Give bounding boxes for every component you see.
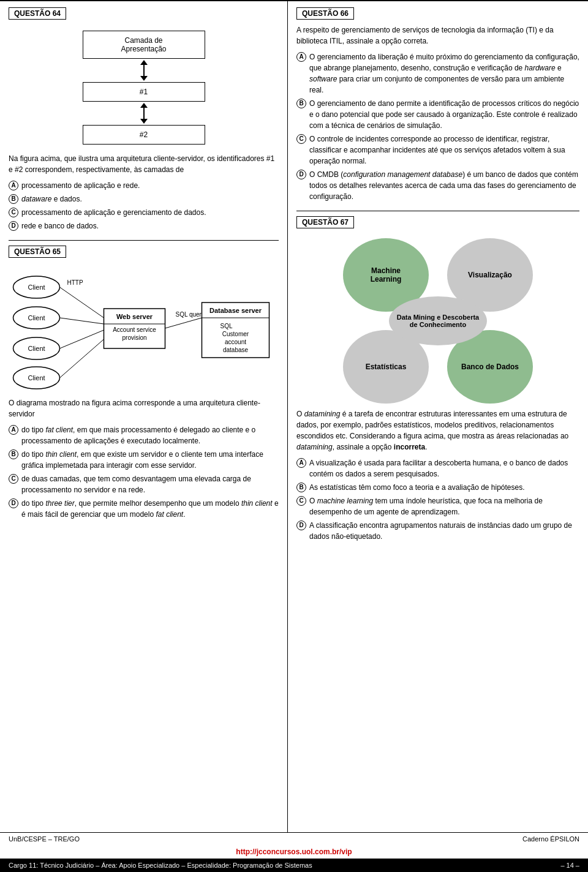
q66-option-d: D O CMDB (configuration management datab… [296, 169, 579, 202]
q67-ml-label: MachineLearning [371, 266, 402, 284]
q64-option-b-text: dataware e dados. [21, 194, 82, 205]
q65-option-a: A do tipo fat client, em que mais proces… [9, 424, 279, 446]
q66-option-a: A O gerenciamento da liberação é muito p… [296, 51, 579, 96]
svg-text:Client: Client [28, 345, 45, 352]
arrow-up-2 [140, 103, 148, 108]
q66-letter-d: D [296, 170, 306, 179]
q67-options: A A visualização é usada para facilitar … [296, 457, 579, 542]
q67-diagram: MachineLearning Visualização Estatística… [343, 238, 533, 404]
svg-line-9 [60, 287, 104, 318]
arrow-line-2 [143, 108, 145, 119]
q65-letter-a: A [9, 425, 18, 435]
arrow-up-1 [140, 60, 148, 65]
svg-text:database: database [223, 347, 249, 353]
q67-letter-b: B [296, 483, 306, 492]
svg-text:Client: Client [28, 374, 45, 382]
q67-db-label: Banco de Dados [461, 363, 519, 371]
q67-option-c-text: O machine learning tem uma índole heurís… [309, 495, 579, 517]
right-column: QUESTÃO 66 A respeito de gerenciamento d… [288, 1, 588, 832]
svg-text:Account service: Account service [113, 326, 156, 333]
q64-arrow2 [140, 103, 148, 124]
main-content: QUESTÃO 64 Camada de Apresentação #1 [0, 0, 588, 832]
q67-option-b-text: As estatísticas têm como foco a teoria e… [309, 482, 525, 493]
q65-letter-b: B [9, 449, 18, 459]
left-column: QUESTÃO 64 Camada de Apresentação #1 [0, 1, 288, 832]
q64-letter-c: C [9, 208, 18, 217]
q67-viz-label: Visualização [468, 271, 512, 279]
q65-text: O diagrama mostrado na figura acima corr… [9, 397, 279, 419]
q67-center-oval: Data Mining e Descobertade Conhecimento [389, 296, 487, 345]
q64-option-d: D rede e banco de dados. [9, 220, 279, 231]
q65-option-c-text: de duas camadas, que tem como desvantage… [21, 473, 279, 495]
q64-diagram: Camada de Apresentação #1 #2 [70, 31, 217, 145]
q67-center-label: Data Mining e Descobertade Conhecimento [397, 314, 479, 328]
q64-box1: Camada de Apresentação [83, 31, 205, 59]
footer-bar: UnB/CESPE – TRE/GO Caderno ÉPSILON [0, 832, 588, 845]
q64-header: QUESTÃO 64 [9, 7, 66, 20]
question-66: QUESTÃO 66 A respeito de gerenciamento d… [296, 7, 579, 202]
q64-box3: #2 [83, 125, 205, 145]
q67-option-d: D A classificação encontra agrupamentos … [296, 520, 579, 542]
q67-intro: O datamining é a tarefa de encontrar est… [296, 408, 579, 453]
svg-line-19 [165, 318, 202, 328]
q65-options: A do tipo fat client, em que mais proces… [9, 424, 279, 520]
footer-link-text: http://jcconcursos.uol.com.br/vip [236, 848, 352, 856]
q64-option-c: C processamento de aplicação e gerenciam… [9, 207, 279, 218]
arrow-down-2 [140, 119, 148, 124]
footer-right: Caderno ÉPSILON [522, 835, 579, 843]
q66-letter-b: B [296, 99, 306, 108]
q67-option-b: B As estatísticas têm como foco a teoria… [296, 482, 579, 493]
q67-letter-c: C [296, 496, 306, 506]
q64-q65-divider [9, 240, 279, 241]
q65-option-d-text: do tipo three tier, que permite melhor d… [21, 498, 279, 520]
q64-text: Na figura acima, que ilustra uma arquite… [9, 153, 279, 175]
svg-text:SQL query: SQL query [176, 311, 205, 318]
footer-page-number: – 14 – [560, 862, 579, 869]
q67-option-a-text: A visualização é usada para facilitar a … [309, 457, 579, 479]
question-67: QUESTÃO 67 MachineLearning Visualização … [296, 216, 579, 542]
svg-text:Client: Client [28, 284, 45, 291]
page: QUESTÃO 64 Camada de Apresentação #1 [0, 0, 588, 872]
question-64: QUESTÃO 64 Camada de Apresentação #1 [9, 7, 279, 231]
q67-option-d-text: A classificação encontra agrupamentos na… [309, 520, 579, 542]
q66-option-c: C O controle de incidentes corresponde a… [296, 133, 579, 167]
svg-text:HTTP: HTTP [67, 279, 83, 286]
q64-letter-b: B [9, 194, 18, 204]
q65-option-d: D do tipo three tier, que permite melhor… [9, 498, 279, 520]
q67-option-c: C O machine learning tem uma índole heur… [296, 495, 579, 517]
svg-text:SQL: SQL [221, 323, 233, 329]
q64-letter-d: D [9, 221, 18, 231]
q64-option-b: B dataware e dados. [9, 194, 279, 205]
q67-option-a: A A visualização é usada para facilitar … [296, 457, 579, 479]
q65-option-a-text: do tipo fat client, em que mais processa… [21, 424, 279, 446]
q65-diagram: Client Client Client Client HTTP [9, 269, 279, 391]
svg-text:Web server: Web server [116, 313, 153, 320]
footer-bottom-text: Cargo 11: Técnico Judiciário – Área: Apo… [9, 862, 312, 869]
footer-link[interactable]: http://jcconcursos.uol.com.br/vip [0, 845, 588, 859]
q67-letter-a: A [296, 458, 306, 468]
q66-q67-divider [296, 211, 579, 211]
q67-stats-label: Estatísticas [366, 363, 407, 371]
question-65: QUESTÃO 65 Client Client Client Client [9, 246, 279, 520]
q64-options: A processamento de aplicação e rede. B d… [9, 180, 279, 231]
q64-box2: #1 [83, 82, 205, 102]
q66-options: A O gerenciamento da liberação é muito p… [296, 51, 579, 202]
q64-option-a: A processamento de aplicação e rede. [9, 180, 279, 191]
q66-header: QUESTÃO 66 [296, 7, 354, 20]
q64-option-a-text: processamento de aplicação e rede. [21, 180, 140, 191]
svg-text:account: account [225, 339, 246, 345]
q65-header: QUESTÃO 65 [9, 246, 66, 258]
footer-left: UnB/CESPE – TRE/GO [9, 835, 80, 843]
svg-text:provision: provision [122, 334, 146, 341]
q67-header: QUESTÃO 67 [296, 216, 354, 228]
svg-line-12 [60, 339, 104, 378]
q66-option-d-text: O CMDB (configuration management databas… [309, 169, 579, 202]
q65-option-b-text: do tipo thin client, em que existe um se… [21, 449, 279, 471]
q66-option-a-text: O gerenciamento da liberação é muito pró… [309, 51, 579, 96]
q64-option-c-text: processamento de aplicação e gerenciamen… [21, 207, 206, 218]
arrow-down-1 [140, 76, 148, 81]
footer-bottom: Cargo 11: Técnico Judiciário – Área: Apo… [0, 859, 588, 872]
q66-letter-a: A [296, 52, 306, 62]
q64-arrow1 [140, 60, 148, 81]
svg-text:Client: Client [28, 314, 45, 321]
